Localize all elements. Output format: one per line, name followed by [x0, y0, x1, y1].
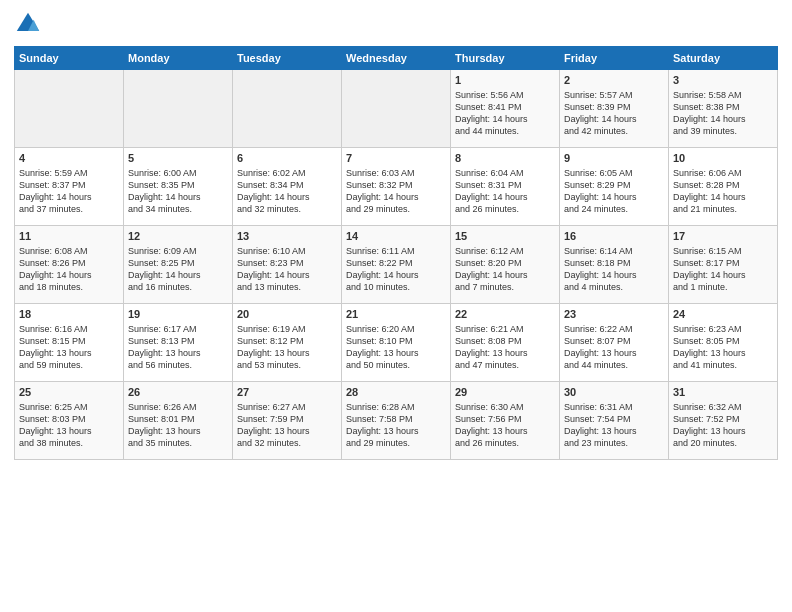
- calendar-cell: 31Sunrise: 6:32 AM Sunset: 7:52 PM Dayli…: [669, 382, 778, 460]
- day-number: 20: [237, 307, 337, 322]
- day-number: 18: [19, 307, 119, 322]
- calendar-cell: 1Sunrise: 5:56 AM Sunset: 8:41 PM Daylig…: [451, 70, 560, 148]
- calendar-cell: 2Sunrise: 5:57 AM Sunset: 8:39 PM Daylig…: [560, 70, 669, 148]
- day-number: 5: [128, 151, 228, 166]
- calendar-cell: 11Sunrise: 6:08 AM Sunset: 8:26 PM Dayli…: [15, 226, 124, 304]
- day-info: Sunrise: 6:05 AM Sunset: 8:29 PM Dayligh…: [564, 168, 637, 214]
- day-number: 19: [128, 307, 228, 322]
- day-number: 4: [19, 151, 119, 166]
- day-number: 7: [346, 151, 446, 166]
- day-number: 23: [564, 307, 664, 322]
- calendar-cell: [124, 70, 233, 148]
- calendar-cell: 5Sunrise: 6:00 AM Sunset: 8:35 PM Daylig…: [124, 148, 233, 226]
- day-number: 29: [455, 385, 555, 400]
- day-info: Sunrise: 6:11 AM Sunset: 8:22 PM Dayligh…: [346, 246, 419, 292]
- page: SundayMondayTuesdayWednesdayThursdayFrid…: [0, 0, 792, 612]
- day-number: 30: [564, 385, 664, 400]
- day-info: Sunrise: 6:28 AM Sunset: 7:58 PM Dayligh…: [346, 402, 419, 448]
- calendar-cell: 19Sunrise: 6:17 AM Sunset: 8:13 PM Dayli…: [124, 304, 233, 382]
- logo-icon: [14, 10, 42, 38]
- day-info: Sunrise: 5:58 AM Sunset: 8:38 PM Dayligh…: [673, 90, 746, 136]
- day-of-week-header: Sunday: [15, 47, 124, 70]
- calendar-cell: 9Sunrise: 6:05 AM Sunset: 8:29 PM Daylig…: [560, 148, 669, 226]
- day-number: 9: [564, 151, 664, 166]
- day-number: 8: [455, 151, 555, 166]
- day-number: 28: [346, 385, 446, 400]
- calendar-cell: 3Sunrise: 5:58 AM Sunset: 8:38 PM Daylig…: [669, 70, 778, 148]
- day-info: Sunrise: 6:25 AM Sunset: 8:03 PM Dayligh…: [19, 402, 92, 448]
- calendar-cell: [342, 70, 451, 148]
- day-info: Sunrise: 6:17 AM Sunset: 8:13 PM Dayligh…: [128, 324, 201, 370]
- day-info: Sunrise: 6:00 AM Sunset: 8:35 PM Dayligh…: [128, 168, 201, 214]
- day-info: Sunrise: 6:04 AM Sunset: 8:31 PM Dayligh…: [455, 168, 528, 214]
- day-number: 25: [19, 385, 119, 400]
- calendar-cell: 8Sunrise: 6:04 AM Sunset: 8:31 PM Daylig…: [451, 148, 560, 226]
- calendar-week-row: 4Sunrise: 5:59 AM Sunset: 8:37 PM Daylig…: [15, 148, 778, 226]
- day-info: Sunrise: 6:09 AM Sunset: 8:25 PM Dayligh…: [128, 246, 201, 292]
- calendar-week-row: 25Sunrise: 6:25 AM Sunset: 8:03 PM Dayli…: [15, 382, 778, 460]
- day-info: Sunrise: 6:21 AM Sunset: 8:08 PM Dayligh…: [455, 324, 528, 370]
- calendar-header: SundayMondayTuesdayWednesdayThursdayFrid…: [15, 47, 778, 70]
- calendar-cell: 12Sunrise: 6:09 AM Sunset: 8:25 PM Dayli…: [124, 226, 233, 304]
- calendar-cell: 7Sunrise: 6:03 AM Sunset: 8:32 PM Daylig…: [342, 148, 451, 226]
- day-number: 16: [564, 229, 664, 244]
- day-of-week-header: Saturday: [669, 47, 778, 70]
- calendar-cell: 28Sunrise: 6:28 AM Sunset: 7:58 PM Dayli…: [342, 382, 451, 460]
- day-info: Sunrise: 6:23 AM Sunset: 8:05 PM Dayligh…: [673, 324, 746, 370]
- day-number: 6: [237, 151, 337, 166]
- calendar-cell: 30Sunrise: 6:31 AM Sunset: 7:54 PM Dayli…: [560, 382, 669, 460]
- day-info: Sunrise: 6:22 AM Sunset: 8:07 PM Dayligh…: [564, 324, 637, 370]
- days-row: SundayMondayTuesdayWednesdayThursdayFrid…: [15, 47, 778, 70]
- calendar-cell: 26Sunrise: 6:26 AM Sunset: 8:01 PM Dayli…: [124, 382, 233, 460]
- calendar-cell: 21Sunrise: 6:20 AM Sunset: 8:10 PM Dayli…: [342, 304, 451, 382]
- day-info: Sunrise: 5:56 AM Sunset: 8:41 PM Dayligh…: [455, 90, 528, 136]
- calendar-week-row: 11Sunrise: 6:08 AM Sunset: 8:26 PM Dayli…: [15, 226, 778, 304]
- day-number: 22: [455, 307, 555, 322]
- day-info: Sunrise: 6:03 AM Sunset: 8:32 PM Dayligh…: [346, 168, 419, 214]
- day-number: 3: [673, 73, 773, 88]
- day-number: 31: [673, 385, 773, 400]
- calendar-cell: 20Sunrise: 6:19 AM Sunset: 8:12 PM Dayli…: [233, 304, 342, 382]
- day-number: 13: [237, 229, 337, 244]
- day-number: 10: [673, 151, 773, 166]
- day-number: 27: [237, 385, 337, 400]
- day-number: 26: [128, 385, 228, 400]
- day-info: Sunrise: 6:02 AM Sunset: 8:34 PM Dayligh…: [237, 168, 310, 214]
- calendar-cell: 25Sunrise: 6:25 AM Sunset: 8:03 PM Dayli…: [15, 382, 124, 460]
- calendar-cell: 6Sunrise: 6:02 AM Sunset: 8:34 PM Daylig…: [233, 148, 342, 226]
- logo: [14, 10, 46, 38]
- day-info: Sunrise: 6:26 AM Sunset: 8:01 PM Dayligh…: [128, 402, 201, 448]
- day-of-week-header: Monday: [124, 47, 233, 70]
- calendar-cell: 18Sunrise: 6:16 AM Sunset: 8:15 PM Dayli…: [15, 304, 124, 382]
- day-number: 17: [673, 229, 773, 244]
- day-info: Sunrise: 5:57 AM Sunset: 8:39 PM Dayligh…: [564, 90, 637, 136]
- day-number: 1: [455, 73, 555, 88]
- day-number: 14: [346, 229, 446, 244]
- calendar-cell: 15Sunrise: 6:12 AM Sunset: 8:20 PM Dayli…: [451, 226, 560, 304]
- day-info: Sunrise: 6:27 AM Sunset: 7:59 PM Dayligh…: [237, 402, 310, 448]
- day-info: Sunrise: 6:16 AM Sunset: 8:15 PM Dayligh…: [19, 324, 92, 370]
- day-info: Sunrise: 6:06 AM Sunset: 8:28 PM Dayligh…: [673, 168, 746, 214]
- day-number: 11: [19, 229, 119, 244]
- day-info: Sunrise: 6:14 AM Sunset: 8:18 PM Dayligh…: [564, 246, 637, 292]
- calendar-cell: 17Sunrise: 6:15 AM Sunset: 8:17 PM Dayli…: [669, 226, 778, 304]
- day-number: 2: [564, 73, 664, 88]
- calendar-cell: 22Sunrise: 6:21 AM Sunset: 8:08 PM Dayli…: [451, 304, 560, 382]
- day-info: Sunrise: 6:30 AM Sunset: 7:56 PM Dayligh…: [455, 402, 528, 448]
- calendar-cell: [233, 70, 342, 148]
- day-number: 24: [673, 307, 773, 322]
- day-info: Sunrise: 6:08 AM Sunset: 8:26 PM Dayligh…: [19, 246, 92, 292]
- calendar-week-row: 1Sunrise: 5:56 AM Sunset: 8:41 PM Daylig…: [15, 70, 778, 148]
- day-number: 15: [455, 229, 555, 244]
- calendar-cell: 4Sunrise: 5:59 AM Sunset: 8:37 PM Daylig…: [15, 148, 124, 226]
- day-of-week-header: Friday: [560, 47, 669, 70]
- calendar-cell: 13Sunrise: 6:10 AM Sunset: 8:23 PM Dayli…: [233, 226, 342, 304]
- calendar: SundayMondayTuesdayWednesdayThursdayFrid…: [14, 46, 778, 460]
- day-info: Sunrise: 6:32 AM Sunset: 7:52 PM Dayligh…: [673, 402, 746, 448]
- calendar-body: 1Sunrise: 5:56 AM Sunset: 8:41 PM Daylig…: [15, 70, 778, 460]
- day-info: Sunrise: 6:15 AM Sunset: 8:17 PM Dayligh…: [673, 246, 746, 292]
- day-of-week-header: Tuesday: [233, 47, 342, 70]
- calendar-cell: 14Sunrise: 6:11 AM Sunset: 8:22 PM Dayli…: [342, 226, 451, 304]
- day-of-week-header: Wednesday: [342, 47, 451, 70]
- day-info: Sunrise: 6:31 AM Sunset: 7:54 PM Dayligh…: [564, 402, 637, 448]
